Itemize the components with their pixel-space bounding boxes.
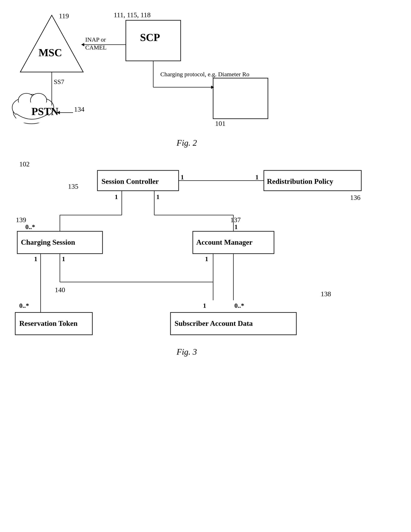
mult-sad-top-right: 0..* [234,302,244,309]
pstn-label: PSTN [31,105,58,117]
ss7-label: SS7 [54,78,64,86]
mult-sad-top-left: 1 [203,302,206,309]
mult-sc-down-left: 1 [115,193,118,201]
ref-138: 138 [321,290,331,298]
ref-134: 134 [74,105,85,113]
charging-protocol-label: Charging protocol, e.g. Diameter Ro [160,70,249,78]
ref-140: 140 [55,286,65,294]
mult-cs-bot-right: 1 [62,255,65,263]
ref-139: 139 [16,216,26,224]
svg-marker-0 [20,15,83,72]
ref-119: 119 [59,12,69,20]
ref-137: 137 [230,216,241,224]
mult-am-top: 1 [234,223,238,231]
subscriber-account-data-label: Subscriber Account Data [174,319,253,328]
fig3-caption: Fig. 3 [177,347,197,357]
svg-marker-18 [211,86,214,89]
ref-111-115-118: 111, 115, 118 [114,11,151,19]
mult-sc-left: 1 [181,173,184,181]
mult-sc-down-right: 1 [156,193,160,201]
msc-label: MSC [38,47,62,59]
ref-136: 136 [350,194,361,201]
mult-cs-top: 0..* [25,223,35,231]
session-controller-label: Session Controller [102,177,159,186]
svg-point-6 [12,98,35,117]
svg-rect-17 [213,78,268,119]
ref-102: 102 [19,160,30,168]
account-manager-label: Account Manager [196,238,252,247]
diagram-container: 119 111, 115, 118 MSC SCP INAP or CAMEL … [0,0,411,532]
mult-cs-bot-left: 1 [34,255,37,263]
mult-rt-top: 0..* [19,302,29,309]
svg-marker-3 [81,43,84,46]
mult-sc-right: 1 [255,173,258,181]
charging-session-label: Charging Session [21,238,75,247]
mult-am-bot-left: 1 [205,255,208,263]
ref-135: 135 [68,183,78,190]
scp-label: SCP [140,31,160,43]
inap-camel-label: INAP or CAMEL [85,36,106,51]
reservation-token-label: Reservation Token [19,319,77,328]
ref-101: 101 [215,120,226,127]
fig2-caption: Fig. 2 [177,138,197,148]
redistribution-policy-label: Redistribution Policy [267,177,333,186]
